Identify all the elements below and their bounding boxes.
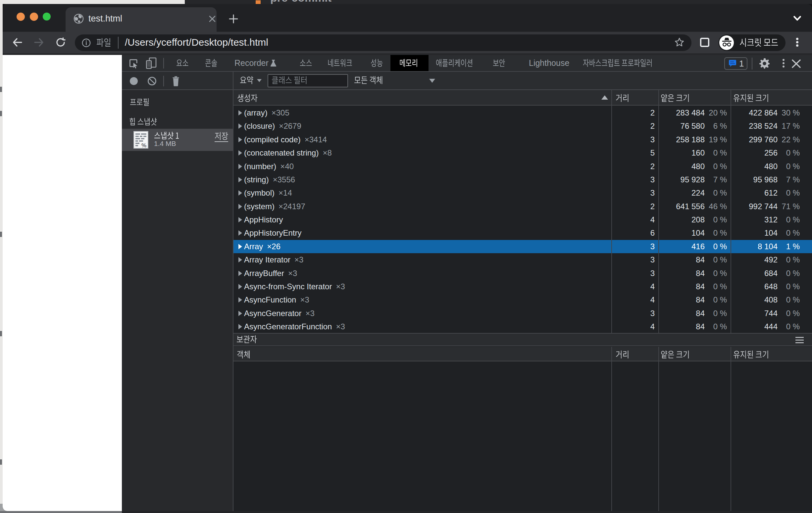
svg-text:%: % <box>141 142 146 149</box>
